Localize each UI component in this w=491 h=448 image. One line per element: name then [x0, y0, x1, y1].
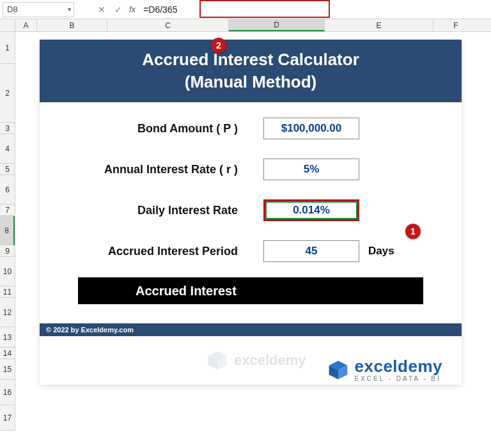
row-header-10[interactable]: 10	[0, 257, 15, 286]
row-daily: Daily Interest Rate 0.014%	[40, 196, 462, 225]
row-header-3[interactable]: 3	[0, 123, 15, 134]
calculator-panel: Accrued Interest Calculator (Manual Meth…	[40, 40, 462, 385]
row-header-7[interactable]: 7	[0, 205, 15, 216]
label-period: Accrued Interest Period	[40, 245, 263, 258]
row-header-6[interactable]: 6	[0, 175, 15, 205]
title-banner: Accrued Interest Calculator (Manual Meth…	[40, 40, 462, 102]
confirm-formula-icon[interactable]: ✓	[110, 3, 127, 17]
accrued-interest-bar: Accrued Interest	[78, 277, 423, 304]
row-header-14[interactable]: 14	[0, 348, 15, 359]
annotation-callout-1: 1	[405, 224, 421, 239]
cell-daily-value[interactable]: 0.014%	[263, 199, 359, 221]
row-headers: 1 2 3 4 5 6 7 8 9 10 11 12 13 14 15 16 1…	[0, 32, 15, 431]
formula-input[interactable]	[139, 2, 488, 17]
label-bond: Bond Amount ( P )	[40, 122, 263, 135]
col-header-c[interactable]: C	[107, 19, 229, 31]
copyright-text: © 2022 by Exceldemy.com	[46, 326, 134, 334]
row-header-17[interactable]: 17	[0, 405, 15, 431]
title-line1: Accrued Interest Calculator	[46, 49, 455, 71]
column-headers: A B C D E F	[0, 19, 491, 32]
row-header-11[interactable]: 11	[0, 286, 15, 298]
cube-icon	[206, 349, 229, 372]
row-bond: Bond Amount ( P ) $100,000.00	[40, 114, 462, 143]
fx-label[interactable]: fx	[127, 4, 139, 14]
annotation-callout-2: 2	[211, 38, 226, 53]
row-header-1[interactable]: 1	[0, 32, 15, 64]
row-header-5[interactable]: 5	[0, 164, 15, 175]
row-header-15[interactable]: 15	[0, 359, 15, 380]
logo-watermark: exceldemy	[206, 349, 306, 372]
chevron-down-icon[interactable]: ▾	[68, 6, 71, 13]
row-period: Accrued Interest Period 45 Days	[40, 236, 462, 266]
name-box-value: D8	[7, 4, 18, 14]
col-header-b[interactable]: B	[37, 19, 107, 31]
select-all-corner[interactable]	[0, 19, 15, 31]
row-header-16[interactable]: 16	[0, 380, 15, 405]
logo-main-text: exceldemy	[355, 358, 442, 375]
cube-icon	[327, 359, 350, 382]
copyright-bar: © 2022 by Exceldemy.com	[40, 323, 462, 336]
formula-bar: D8 ▾ ✕ ✓ fx	[0, 0, 491, 19]
accrued-interest-label: Accrued Interest	[136, 284, 237, 298]
label-days-unit: Days	[368, 245, 394, 258]
col-header-d[interactable]: D	[229, 19, 325, 31]
row-header-9[interactable]: 9	[0, 245, 15, 257]
name-box[interactable]: D8 ▾	[3, 2, 74, 17]
row-header-12[interactable]: 12	[0, 298, 15, 327]
label-annual: Annual Interest Rate ( r )	[40, 163, 263, 176]
title-line2: (Manual Method)	[46, 71, 455, 93]
row-header-4[interactable]: 4	[0, 134, 15, 164]
logo-watermark-text: exceldemy	[234, 352, 306, 369]
logo-main: exceldemy EXCEL - DATA - BI	[327, 358, 442, 382]
col-header-a[interactable]: A	[15, 19, 37, 31]
row-header-13[interactable]: 13	[0, 327, 15, 348]
cell-annual-value[interactable]: 5%	[263, 158, 359, 180]
row-header-2[interactable]: 2	[0, 64, 15, 123]
cell-bond-value[interactable]: $100,000.00	[263, 118, 359, 139]
logo-tagline: EXCEL - DATA - BI	[355, 376, 442, 382]
cancel-formula-icon[interactable]: ✕	[93, 3, 110, 17]
col-header-e[interactable]: E	[325, 19, 433, 31]
row-header-8[interactable]: 8	[0, 216, 15, 245]
col-header-f[interactable]: F	[433, 19, 478, 31]
row-annual: Annual Interest Rate ( r ) 5%	[40, 155, 462, 184]
label-daily: Daily Interest Rate	[40, 204, 263, 217]
cell-period-value[interactable]: 45	[263, 240, 359, 262]
